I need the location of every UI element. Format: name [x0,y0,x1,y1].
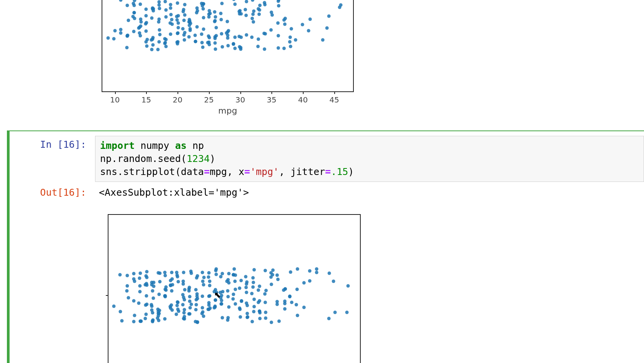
previous-cell-output: mpg 1015202530354045 [0,0,644,115]
data-point [144,29,148,33]
data-point [169,6,172,10]
data-point [138,31,141,35]
data-point [119,31,123,35]
data-point [233,302,237,306]
data-point [176,42,179,45]
x-tick-label: 25 [204,95,214,104]
data-point [283,307,286,311]
data-point [188,299,191,303]
data-point [208,36,211,39]
data-point [132,30,136,33]
data-point [164,285,168,289]
data-point [232,293,235,296]
data-point [252,280,255,284]
x-tick [146,91,147,94]
data-point [263,1,266,5]
data-point [345,311,348,314]
data-point [125,289,128,293]
data-point [270,320,273,324]
data-point [258,310,261,313]
data-point [226,30,229,33]
data-point [221,316,224,319]
data-point [245,290,248,294]
data-point [151,7,154,11]
data-point [321,38,324,41]
data-point [315,271,319,274]
data-point [119,0,122,2]
data-point [226,316,230,320]
data-point [302,305,306,309]
data-point [226,289,229,292]
data-point [169,32,172,36]
data-point [163,317,166,321]
data-point [138,290,141,294]
kw-import: import [100,140,135,151]
data-point [194,33,197,37]
data-point [200,295,204,298]
data-point [112,305,115,308]
data-point [233,3,237,6]
data-point [163,294,166,298]
data-point [208,12,212,15]
data-point [202,283,205,286]
data-point [239,47,242,51]
data-point [183,13,187,16]
data-point [133,16,136,20]
code-input[interactable]: import numpy as np np.random.seed(1234) … [95,136,644,182]
data-point [137,301,141,305]
data-point [194,40,197,43]
data-point [252,305,256,309]
data-point [270,13,274,17]
data-point [296,288,299,291]
data-point [288,36,292,39]
data-point [283,299,287,303]
data-point [256,38,260,41]
data-point [150,308,153,312]
data-point [188,312,192,315]
x-tick [177,91,178,94]
data-point [196,9,199,12]
data-point [187,286,191,289]
data-point [139,319,143,323]
data-point [144,317,147,320]
data-point [232,267,236,271]
data-point [213,19,217,23]
data-point [132,11,136,15]
data-point [327,15,331,18]
data-point [125,34,129,38]
data-point [151,289,154,292]
data-point [227,305,230,309]
data-point [187,35,191,38]
data-point [188,27,192,30]
data-point [276,274,279,277]
notebook-cell[interactable]: In [16]: import numpy as np np.random.se… [7,130,644,363]
data-point [302,281,306,284]
data-point [183,3,186,7]
data-point [133,4,136,7]
data-point [245,33,248,37]
data-point [194,288,198,292]
data-point [169,304,173,307]
data-point [202,28,205,31]
data-point [169,279,172,282]
data-point [202,276,205,279]
data-point [294,303,298,306]
data-point [215,273,218,276]
data-point [163,271,167,274]
data-point [145,274,148,278]
data-point [170,271,173,274]
data-point [164,45,168,48]
data-point [251,17,254,20]
data-point [175,271,179,274]
data-point [328,271,331,275]
data-point [139,272,142,275]
data-point [145,312,148,316]
data-point [169,13,173,16]
data-point [182,271,186,274]
data-point [177,280,180,284]
data-point [290,27,293,30]
x-tick [240,91,241,94]
data-point [158,33,161,36]
data-point [202,315,205,318]
data-point [200,271,204,274]
